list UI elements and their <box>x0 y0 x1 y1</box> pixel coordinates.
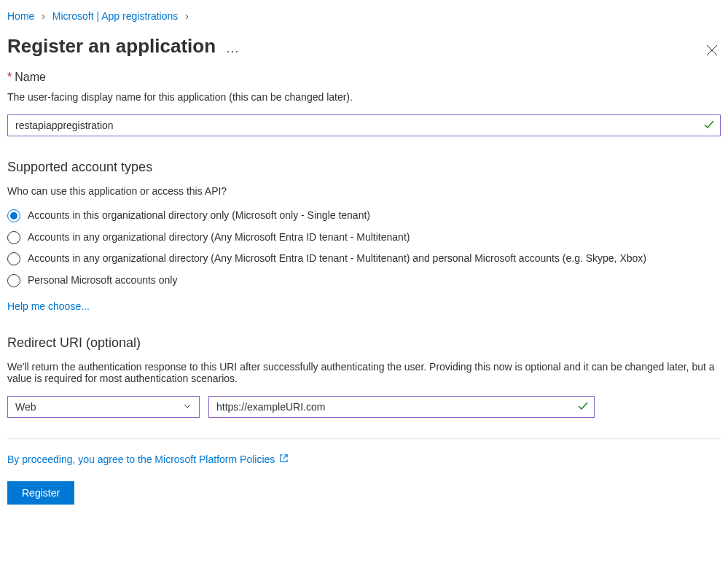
redirect-uri-help: We'll return the authentication response… <box>7 361 721 384</box>
radio-icon <box>7 209 20 222</box>
radio-single-tenant[interactable]: Accounts in this organizational director… <box>7 209 721 223</box>
name-input[interactable] <box>7 114 721 136</box>
more-options-icon[interactable]: ⋯ <box>226 43 240 59</box>
register-button[interactable]: Register <box>7 481 74 505</box>
external-link-icon <box>279 454 289 465</box>
radio-personal-only[interactable]: Personal Microsoft accounts only <box>7 273 721 288</box>
account-types-heading: Supported account types <box>7 160 721 175</box>
platform-select[interactable]: Web <box>7 396 200 418</box>
platform-policies-link[interactable]: By proceeding, you agree to the Microsof… <box>7 454 275 465</box>
radio-icon <box>7 231 20 244</box>
chevron-down-icon <box>183 401 192 413</box>
breadcrumb: Home › Microsoft | App registrations › <box>7 7 721 31</box>
account-types-radio-group: Accounts in this organizational director… <box>7 209 721 287</box>
breadcrumb-app-registrations[interactable]: Microsoft | App registrations <box>52 10 178 22</box>
radio-multitenant-personal[interactable]: Accounts in any organizational directory… <box>7 252 721 266</box>
breadcrumb-home[interactable]: Home <box>7 10 34 22</box>
radio-label: Accounts in this organizational director… <box>28 209 721 223</box>
radio-icon <box>7 274 20 287</box>
radio-label: Accounts in any organizational directory… <box>28 230 721 245</box>
chevron-right-icon: › <box>185 10 189 22</box>
divider <box>7 438 721 439</box>
name-help-text: The user-facing display name for this ap… <box>7 91 721 103</box>
account-types-question: Who can use this application or access t… <box>7 185 721 197</box>
chevron-right-icon: › <box>42 10 45 22</box>
name-label: *Name <box>7 71 721 84</box>
radio-icon <box>7 252 20 265</box>
radio-label: Accounts in any organizational directory… <box>28 252 721 266</box>
close-icon[interactable] <box>703 41 721 61</box>
page-title: Register an application <box>7 35 216 58</box>
redirect-uri-input[interactable] <box>208 396 595 418</box>
radio-multitenant[interactable]: Accounts in any organizational directory… <box>7 230 721 245</box>
redirect-uri-heading: Redirect URI (optional) <box>7 335 721 351</box>
svg-line-2 <box>283 455 288 459</box>
help-me-choose-link[interactable]: Help me choose... <box>7 300 90 312</box>
platform-select-value: Web <box>15 401 36 413</box>
radio-label: Personal Microsoft accounts only <box>28 273 721 288</box>
